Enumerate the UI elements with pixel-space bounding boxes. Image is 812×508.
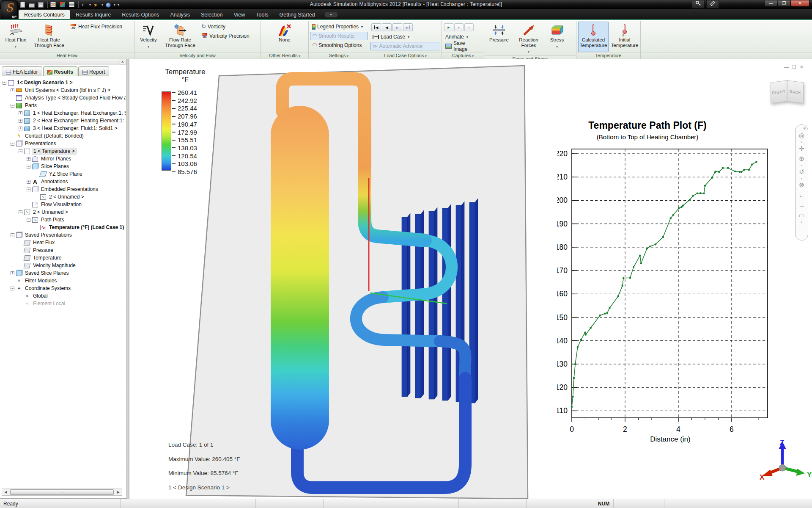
tree-item[interactable]: +AAnnotations [1,178,126,185]
new-file-icon[interactable] [19,2,26,8]
save-icon[interactable] [38,2,45,8]
scroll-left-icon[interactable]: ◀ [2,489,9,495]
panel-splitter[interactable] [127,59,129,499]
dropdown-caret-icon[interactable]: ▾ [801,141,803,144]
center-icon[interactable]: ⊗ [799,180,804,190]
tree-item[interactable]: −1< Design Scenario 1 > [1,79,126,86]
dropdown-caret-icon[interactable]: ▾ [89,3,91,7]
tab-overflow-icon[interactable]: ▾ [325,12,337,17]
smoothing-options-button[interactable]: ◠ Smoothing Options [310,41,368,50]
tree-item[interactable]: ⌖Element Local [1,300,126,307]
load-case-button[interactable]: Load Case ▾ [370,33,440,41]
tree-item[interactable]: −1 < Temperature > [1,147,126,155]
tree-expander-icon[interactable]: + [19,119,22,123]
tree-expander-icon[interactable]: − [11,287,14,290]
first-load-case-button[interactable]: ◀ [371,23,381,31]
animate-pause-icon[interactable]: ▪ [454,23,464,31]
tree-expander-icon[interactable]: − [11,104,14,108]
view-cube-right-face[interactable]: RIGHT [771,80,787,104]
tree-expander-icon[interactable]: − [27,218,30,222]
navbar-close-icon[interactable]: ⊗ [803,127,806,130]
open-file-icon[interactable] [29,2,36,8]
tree-item[interactable]: +2 < Heat Exchanger: Heating Element:1: … [1,117,126,124]
reaction-forces-button[interactable]: Reaction Forces [513,22,544,55]
panel-tab-fea-editor[interactable]: FEA Editor [2,66,42,76]
qat-overflow-icon[interactable]: ▼ [117,3,120,7]
report-icon[interactable] [69,2,76,8]
panel-tab-report[interactable]: Report [78,66,110,76]
dropdown-caret-icon[interactable]: ▾ [801,164,803,167]
tab-results-inquire[interactable]: Results Inquire [70,10,116,19]
select-crosshair-icon[interactable]: + [81,2,88,8]
tree-item[interactable]: −Saved Presentations [1,231,126,239]
animate-play-icon[interactable]: ▸ [444,23,453,31]
doc-minimize-icon[interactable]: — [784,64,789,70]
tab-getting-started[interactable]: Getting Started [274,10,321,19]
panel-tab-results[interactable]: Results [43,66,77,76]
tree-item[interactable]: ϟContact (Default: Bonded) [1,132,126,140]
tree-item[interactable]: ▼Filter Modules [1,277,126,284]
pan-icon[interactable]: ✛ [799,144,804,154]
tree-item[interactable]: −Embedded Presentations [1,185,126,193]
tree-expander-icon[interactable]: + [19,111,22,115]
tree-expander-icon[interactable]: + [11,88,14,92]
legend-properties-button[interactable]: Legend Properties ▾ [310,22,368,31]
orbit-icon[interactable]: ↺ [799,167,804,177]
doc-close-icon[interactable]: ✕ [800,64,804,70]
tree-item[interactable]: Analysis Type < Steady Coupled Fluid Flo… [1,94,126,102]
tree-expander-icon[interactable]: + [27,157,30,161]
fullscreen-icon[interactable]: ▭ [798,210,804,221]
tree-expander-icon[interactable]: − [27,165,30,168]
panel-horizontal-scrollbar[interactable]: ◀ ▶ [2,489,122,496]
tab-results-options[interactable]: Results Options [116,10,165,19]
tree-item[interactable]: +3 < Heat Exchanger: Fluid:1: Solid1 > [1,124,126,132]
tab-tools[interactable]: Tools [250,10,274,19]
doc-restore-icon[interactable]: ❒ [792,64,796,70]
select-sphere-icon[interactable] [106,2,112,8]
zoom-icon[interactable]: ⊕ [799,154,804,164]
steering-wheel-icon[interactable]: ◎ [799,130,804,141]
forward-icon[interactable]: → [798,200,805,210]
tree-expander-icon[interactable]: − [11,142,14,146]
minimize-button[interactable]: — [765,0,777,7]
smooth-results-button[interactable]: ◠ Smooth Results [310,32,368,40]
stress-button[interactable]: Stress [545,22,569,55]
automatic-advance-button[interactable]: ≫ Automatic Advance [370,42,440,50]
tree-item[interactable]: Temperature [1,254,126,262]
none-button[interactable]: None [269,22,300,52]
tree-expander-icon[interactable]: − [27,188,30,191]
edit-model-icon[interactable] [50,2,57,8]
tree-expander-icon[interactable]: − [19,149,22,153]
heat-rate-through-face-button[interactable]: Heat Rate Through Face [30,22,68,52]
communication-center-icon[interactable] [706,0,719,8]
animate-button[interactable]: Animate ▾ [443,33,483,41]
tree-item[interactable]: +Mirror Planes [1,155,126,163]
previous-load-case-button[interactable]: ◀ [382,23,392,31]
back-icon[interactable]: ← [798,190,805,200]
tree-item[interactable]: ⋰Flow Visualization [1,201,126,208]
tree-expander-icon[interactable]: + [11,271,14,275]
view-cube-back-face[interactable]: BACK [787,80,804,104]
infocenter-key-icon[interactable] [692,0,705,8]
panel-close-icon[interactable]: ✕ [120,60,125,64]
tree-item[interactable]: ⌖Global [1,292,126,300]
tree-item[interactable]: +1 < Heat Exchanger: Heat Exchanger:1: S… [1,109,126,117]
application-menu-button[interactable]: SMP [1,0,18,19]
animate-save-icon[interactable]: ▫ [464,23,474,31]
tree-expander-icon[interactable]: − [3,81,6,85]
view-cube[interactable]: RIGHT BACK [771,81,804,102]
tab-view[interactable]: View [228,10,250,19]
tree-item[interactable]: −Presentations [1,140,126,147]
tree-expander-icon[interactable]: − [19,210,22,214]
tree-item[interactable]: YZ Slice Plane [1,170,126,178]
flow-rate-through-face-button[interactable]: Flow Rate Through Face [162,22,199,52]
scroll-right-icon[interactable]: ▶ [115,489,122,495]
tree-item[interactable]: ∿Temperature (°F) (Load Case 1) [1,224,126,231]
tree-item[interactable]: −Parts [1,102,126,109]
dropdown-caret-icon[interactable]: ▾ [801,221,803,224]
vorticity-precision-button[interactable]: Vorticity Precision [199,32,252,40]
tree-item[interactable]: +Unit Systems < Custom (lbf in s F J) > [1,86,126,94]
next-load-case-button[interactable]: ▶ [392,23,402,31]
tab-selection[interactable]: Selection [195,10,228,19]
tree-item[interactable]: Velocity Magnitude [1,262,126,269]
